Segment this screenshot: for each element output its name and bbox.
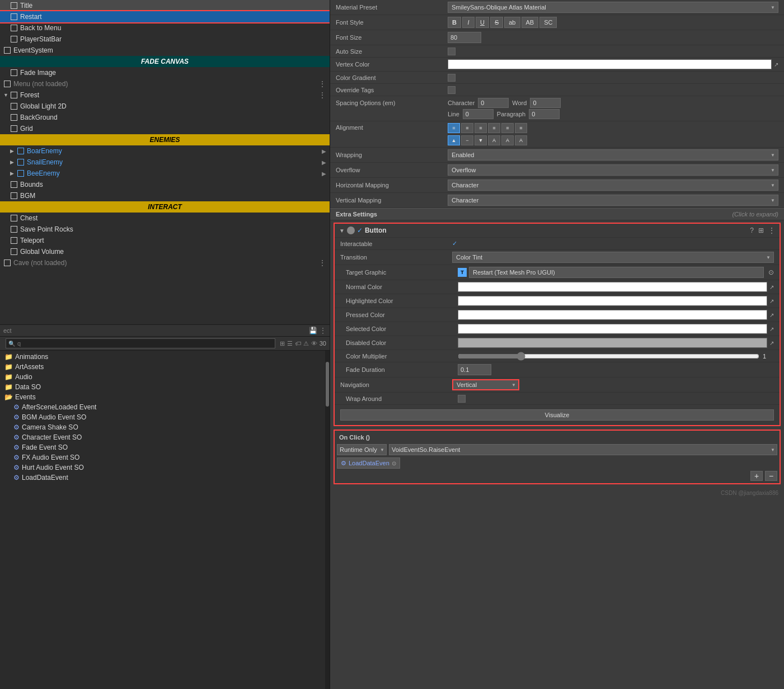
pick-icon-vertex-color[interactable]: ↗ — [774, 62, 778, 68]
hierarchy-item-fade-image[interactable]: Fade Image — [0, 67, 330, 78]
pick-icon-highlighted[interactable]: ↗ — [769, 298, 774, 304]
dropdown-transition[interactable]: Color Tint — [452, 252, 774, 263]
align-btn-justify2[interactable]: ≡ — [501, 123, 514, 133]
forest-dots[interactable]: ⋮ — [318, 91, 326, 100]
more-icon[interactable]: ⋮ — [768, 226, 775, 234]
hierarchy-item-chest[interactable]: Chest — [0, 213, 330, 224]
swatch-normal-color[interactable] — [458, 282, 767, 292]
bottom-item-loaddataevent[interactable]: ⚙ LoadDataEvent — [0, 473, 325, 483]
visualize-button[interactable]: Visualize — [340, 409, 774, 421]
minus-button[interactable]: − — [765, 471, 777, 481]
bottom-file-list[interactable]: 📁 Animations 📁 ArtAssets 📁 Audio 📁 Data … — [0, 351, 325, 689]
font-btn-sc[interactable]: SC — [539, 17, 557, 28]
bottom-item-charevent[interactable]: ⚙ Character Event SO — [0, 432, 325, 442]
align-btn-top[interactable]: ▲ — [448, 135, 460, 145]
checkbox-wrap-around[interactable] — [458, 395, 466, 403]
hierarchy-item-teleport[interactable]: Teleport — [0, 235, 330, 246]
target-circle-icon[interactable]: ⊙ — [392, 460, 396, 466]
menu-dots[interactable]: ⋮ — [318, 79, 326, 88]
swatch-disabled-color[interactable] — [458, 338, 767, 348]
checkbox-color-gradient[interactable] — [448, 74, 456, 82]
bottom-item-camerashake[interactable]: ⚙ Camera Shake SO — [0, 422, 325, 432]
hierarchy-item-boar[interactable]: ▶ BoarEnemy ▶ — [0, 145, 330, 157]
bottom-item-animations[interactable]: 📁 Animations — [0, 352, 325, 362]
hierarchy-item-bgm[interactable]: BGM — [0, 190, 330, 201]
help-icon[interactable]: ? — [750, 226, 754, 234]
font-btn-u[interactable]: U — [476, 17, 489, 28]
input-spacing-line[interactable] — [463, 109, 494, 119]
hierarchy-item-background[interactable]: BackGround — [0, 112, 330, 123]
align-btn-right[interactable]: ≡ — [475, 123, 487, 133]
input-spacing-word[interactable] — [530, 98, 561, 108]
scroll-bar[interactable] — [325, 351, 330, 689]
bottom-item-fadeevent[interactable]: ⚙ Fade Event SO — [0, 442, 325, 452]
hierarchy-item-playerstat[interactable]: PlayerStatBar — [0, 34, 330, 45]
extra-settings-bar[interactable]: Extra Settings (Click to expand) — [330, 208, 784, 220]
pick-icon-disabled[interactable]: ↗ — [769, 340, 774, 346]
align-btn-baseline-bot[interactable]: A — [515, 135, 527, 145]
hierarchy-item-forest[interactable]: ▼ Forest ⋮ — [0, 89, 330, 101]
hierarchy-item-menu[interactable]: Menu (not loaded) ⋮ — [0, 78, 330, 89]
grid-icon[interactable]: ⊞ — [280, 340, 285, 347]
font-btn-ab[interactable]: ab — [504, 17, 520, 28]
hierarchy-item-bee[interactable]: ▶ BeeEnemy ▶ — [0, 168, 330, 179]
dropdown-overflow[interactable]: Overflow — [448, 164, 778, 176]
dropdown-vertical-mapping[interactable]: Character — [448, 195, 778, 206]
preset-icon[interactable]: ⊞ — [758, 226, 764, 234]
dropdown-horizontal-mapping[interactable]: Character — [448, 180, 778, 191]
bottom-item-artassets[interactable]: 📁 ArtAssets — [0, 362, 325, 372]
dropdown-wrapping[interactable]: Enabled — [448, 149, 778, 161]
alert-icon[interactable]: ⚠ — [303, 340, 309, 347]
hierarchy-item-snail[interactable]: ▶ SnailEnemy ▶ — [0, 157, 330, 168]
swatch-selected-color[interactable] — [458, 324, 767, 334]
hierarchy-item-bounds[interactable]: Bounds — [0, 179, 330, 190]
align-btn-left[interactable]: ≡ — [448, 123, 460, 133]
align-btn-baseline-top[interactable]: A — [488, 135, 500, 145]
pick-icon-selected[interactable]: ↗ — [769, 326, 774, 332]
hierarchy-item-globallight[interactable]: Global Light 2D — [0, 101, 330, 112]
align-btn-baseline-mid[interactable]: A — [501, 135, 514, 145]
visibility-icon[interactable]: 👁 — [311, 340, 317, 347]
bottom-save-icon[interactable]: 💾 — [309, 327, 317, 334]
font-btn-s[interactable]: S — [490, 17, 503, 28]
bottom-item-dataso[interactable]: 📁 Data SO — [0, 382, 325, 392]
plus-button[interactable]: + — [750, 471, 763, 481]
bottom-dots-icon[interactable]: ⋮ — [320, 327, 326, 334]
swatch-pressed-color[interactable] — [458, 310, 767, 320]
checkbox-override-tags[interactable] — [448, 86, 456, 94]
tag-icon[interactable]: 🏷 — [295, 340, 301, 347]
checkmark-interactable[interactable]: ✓ — [452, 240, 457, 247]
hierarchy-item-globalvol[interactable]: Global Volume — [0, 246, 330, 257]
bottom-item-audio[interactable]: 📁 Audio — [0, 372, 325, 382]
pick-icon-normal[interactable]: ↗ — [769, 284, 774, 290]
font-btn-b[interactable]: B — [448, 17, 461, 28]
bottom-item-fxaudio[interactable]: ⚙ FX Audio Event SO — [0, 452, 325, 463]
align-btn-justify[interactable]: ≡ — [488, 123, 500, 133]
align-btn-justify3[interactable]: ≡ — [515, 123, 527, 133]
input-fade-duration[interactable] — [458, 364, 491, 375]
align-btn-middle[interactable]: − — [461, 135, 473, 145]
section-enemies[interactable]: ENEMIES — [0, 134, 330, 145]
bottom-item-hurtaudio[interactable]: ⚙ Hurt Audio Event SO — [0, 463, 325, 473]
collapse-chevron[interactable]: ▼ — [339, 228, 345, 234]
swatch-vertex-color[interactable] — [448, 59, 772, 69]
pick-icon-pressed[interactable]: ↗ — [769, 312, 774, 318]
hierarchy-list[interactable]: Title Restart Back to Menu PlayerStatBar… — [0, 0, 330, 324]
bottom-item-bgm-event[interactable]: ⚙ BGM Audio Event SO — [0, 412, 325, 422]
hierarchy-item-title[interactable]: Title — [0, 0, 330, 11]
checkbox-auto-size[interactable] — [448, 48, 456, 55]
section-fade-canvas[interactable]: FADE CANVAS — [0, 56, 330, 67]
input-spacing-char[interactable] — [478, 98, 509, 108]
hierarchy-item-saverocks[interactable]: Save Point Rocks — [0, 224, 330, 235]
bottom-search-input[interactable] — [17, 340, 273, 347]
dropdown-material-preset[interactable]: SmileySans-Oblique Atlas Material — [448, 2, 778, 13]
align-btn-center[interactable]: ≡ — [461, 123, 473, 133]
slider-color-multiplier[interactable] — [458, 352, 759, 360]
bottom-item-events[interactable]: 📂 Events — [0, 392, 325, 402]
input-spacing-para[interactable] — [529, 109, 560, 119]
dropdown-runtime[interactable]: Runtime Only — [337, 444, 387, 455]
section-interact[interactable]: INTERACT — [0, 201, 330, 213]
swatch-highlighted-color[interactable] — [458, 296, 767, 306]
font-btn-ab-caps[interactable]: AB — [522, 17, 539, 28]
list-icon[interactable]: ☰ — [287, 340, 293, 347]
